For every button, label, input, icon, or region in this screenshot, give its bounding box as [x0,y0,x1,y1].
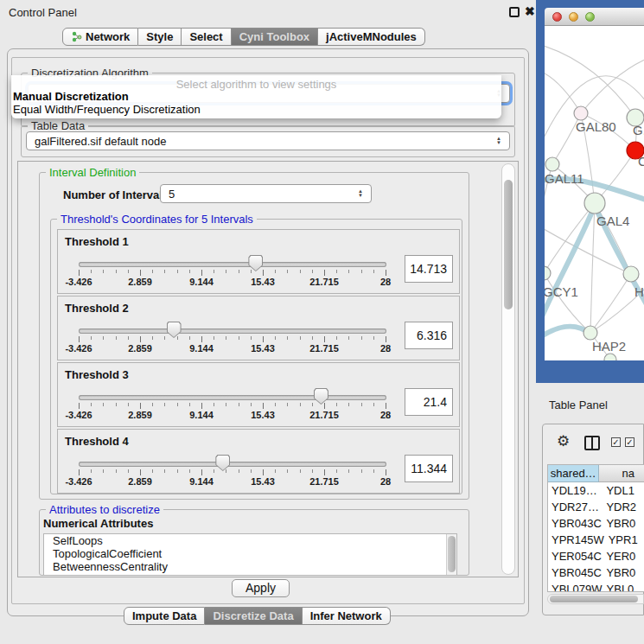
combo-arrows-icon: ▲▼ [496,137,501,145]
numerical-attributes-list[interactable]: SelfLoopsTopologicalCoefficientBetweenne… [43,533,457,576]
algorithm-option-equal-width[interactable]: Equal Width/Frequency Discretization [13,103,201,116]
table-row[interactable]: YBL079WYBL0 [548,581,644,592]
table-row[interactable]: YDR27…YDR2 [548,499,644,515]
cell-shared-name[interactable]: YDR27… [548,499,602,515]
threshold-value-field[interactable]: 11.344 [405,455,453,482]
threshold-slider-track[interactable] [79,395,386,400]
table-panel-title: Table Panel [549,399,608,411]
zoom-traffic-light[interactable] [585,12,595,22]
cell-shared-name[interactable]: YER054C [548,548,602,564]
cell-shared-name[interactable]: YBR045C [548,564,602,581]
scrollbar-thumb[interactable] [504,180,513,309]
cell-name[interactable]: YDL1 [602,482,644,499]
close-icon[interactable]: ✖ [525,4,535,18]
cell-shared-name[interactable]: YBL079W [548,581,603,592]
tab-infer-network[interactable]: Infer Network [303,607,391,625]
threshold-value-field[interactable]: 21.4 [405,388,453,416]
tick-label: 9.144 [189,410,214,420]
threshold-value-field[interactable]: 6.316 [405,322,453,349]
threshold-label: Threshold 3 [65,368,129,381]
node-label: GAL11 [545,171,584,186]
tab-jactivemnodules[interactable]: jActiveMNodules [318,28,425,46]
node-gcy1[interactable] [545,266,551,280]
cell-name[interactable]: YBL0 [603,581,644,592]
close-traffic-light[interactable] [552,12,562,22]
threshold-label: Threshold 1 [65,235,129,248]
slider-tick-labels: -3.4262.8599.14415.4321.71528 [58,343,459,354]
tick-label: -3.426 [65,343,92,354]
node-bottom[interactable] [604,354,616,360]
threshold-slider-track[interactable] [79,262,386,267]
tab-label: Select [189,29,222,45]
cell-name[interactable]: YBR0 [602,564,644,581]
tab-select[interactable]: Select [182,28,231,46]
threshold-slider-track[interactable] [79,462,386,467]
attribute-list-item[interactable]: SelfLoops [44,534,456,547]
slider-major-ticks [79,469,387,475]
checkbox-checked-icon[interactable]: ✓ [611,437,621,447]
network-canvas[interactable]: GAL80 G. C GAL11 GAL4 GCY1 H HAP2 [545,26,644,360]
network-icon [71,31,82,42]
list-vertical-scrollbar[interactable] [446,534,456,575]
apply-button[interactable]: Apply [232,579,290,597]
algorithm-option-manual[interactable]: Manual Discretization [13,90,129,103]
cell-name[interactable]: YER0 [602,548,644,564]
minimize-traffic-light[interactable] [569,12,578,22]
tab-impute-data[interactable]: Impute Data [124,607,205,625]
tick-label: 9.144 [189,476,214,487]
scrollbar-thumb[interactable] [550,596,638,603]
number-of-intervals-label: Number of Intervals [63,188,169,201]
cell-shared-name[interactable]: YBR043C [548,515,602,532]
tab-discretize-data[interactable]: Discretize Data [205,607,302,625]
tick-label: 28 [380,476,391,487]
node-h[interactable] [623,266,639,282]
table-data-combobox[interactable]: galFiltered.sif default node ▲▼ [26,131,510,150]
table-row[interactable]: YBR045CYBR0 [548,564,644,581]
split-columns-icon[interactable] [584,436,600,450]
node-gal11[interactable] [545,157,559,171]
vertical-scrollbar[interactable] [501,163,515,575]
threshold-label: Threshold 4 [65,435,129,448]
node-gal4[interactable] [584,193,605,214]
node-label: GAL4 [596,214,629,228]
node-hap2[interactable] [583,326,597,340]
scrollbar-thumb[interactable] [448,536,456,572]
tick-label: 28 [380,343,391,354]
table-row[interactable]: YDL19…YDL1 [548,482,644,499]
threshold-value-field[interactable]: 14.713 [405,255,453,283]
tick-label: 21.715 [309,343,339,354]
table-header-row: shared… na [548,465,644,482]
interval-definition-title: Interval Definition [46,166,139,179]
threshold-label: Threshold 2 [65,302,129,315]
table-row[interactable]: YBR043CYBR0 [548,515,644,532]
tick-label: 28 [380,410,391,420]
float-window-icon[interactable] [509,7,520,17]
cell-name[interactable]: YPR1 [604,532,644,548]
horizontal-scrollbar[interactable] [547,594,644,604]
number-of-intervals-combobox[interactable]: 5 ▲▼ [160,184,372,203]
table-row[interactable]: YPR145WYPR1 [548,532,644,548]
tick-label: 21.715 [309,277,339,287]
top-tabbar: Network Style Select Cyni Toolbox jActiv… [62,28,425,46]
threshold-2-panel: Threshold 2 -3.4262.8599.14415.4321.7152… [57,296,460,360]
attribute-list-item[interactable]: TopologicalCoefficient [44,547,456,560]
cell-name[interactable]: YBR0 [602,515,644,532]
tab-cyni-toolbox[interactable]: Cyni Toolbox [232,28,318,46]
checkbox-checked-icon[interactable]: ✓ [625,437,634,447]
tick-label: 15.43 [251,410,275,420]
tab-style[interactable]: Style [138,28,182,46]
column-header-shared-name[interactable]: shared… [548,465,599,482]
tick-label: 15.43 [251,277,275,287]
algorithm-prompt-item: Select algorithm to view settings [11,78,501,91]
tick-label: 2.859 [128,343,152,354]
gear-icon[interactable]: ⚙ [557,434,570,449]
cell-name[interactable]: YDR2 [602,499,644,515]
cell-shared-name[interactable]: YDL19… [548,482,602,499]
threshold-slider-track[interactable] [79,328,386,334]
node-gal80[interactable] [574,106,588,120]
cell-shared-name[interactable]: YPR145W [548,532,604,548]
table-row[interactable]: YER054CYER0 [548,548,644,564]
tab-network[interactable]: Network [62,28,138,46]
column-header-name[interactable]: na [599,465,644,482]
attribute-list-item[interactable]: BetweennessCentrality [44,560,456,573]
